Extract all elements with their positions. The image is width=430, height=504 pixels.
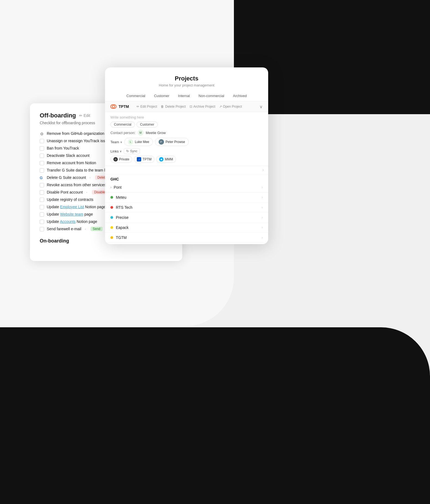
checkbox-icon[interactable] [40, 205, 44, 209]
accounts-link[interactable]: Accounts [60, 219, 76, 224]
sync-button[interactable]: ↻ Sync [124, 148, 140, 154]
contact-name: Meetie Grow [146, 131, 166, 135]
ghc-section-title: GHC [105, 174, 268, 182]
projects-card: Projects Home for your project managemen… [105, 67, 268, 244]
links-label: Links ∨ [110, 149, 122, 153]
arrow-icon: › [110, 185, 112, 189]
collapsed-items: › [105, 166, 268, 174]
team-label: Team ∨ [110, 140, 122, 144]
chevron-right-icon: › [262, 236, 263, 239]
tab-customer[interactable]: Customer [150, 91, 174, 101]
list-item-meteu[interactable]: Meteu › [105, 192, 268, 203]
status-dot [110, 206, 113, 209]
status-dot [110, 226, 113, 229]
projects-subtitle: Home for your project management [112, 83, 262, 87]
member-avatar: L [128, 139, 133, 145]
status-dot [110, 216, 113, 219]
collapse-button[interactable]: ∨ [259, 104, 263, 109]
member-name: Peter Prowse [166, 140, 185, 144]
member-name: Luke Mee [135, 140, 149, 144]
github-icon: ⊙ [40, 132, 44, 136]
diamond-icon: ◆ [159, 157, 163, 161]
bg-bottom [0, 327, 430, 504]
links-row: Links ∨ ↻ Sync [110, 148, 263, 154]
contact-label: Contact person: [110, 131, 135, 135]
list-item-pont[interactable]: › Pont › [105, 182, 268, 192]
tab-non-commercial[interactable]: Non-commercial [194, 91, 229, 101]
link-chips: ⊙ Private J TPTM ◆ MMM [110, 156, 263, 163]
chevron-right-icon: › [262, 226, 263, 229]
projects-list: › Pont › Meteu › RTS Tech › Precise › [105, 182, 268, 243]
list-item-rts-tech[interactable]: RTS Tech › [105, 203, 268, 213]
checkbox-icon[interactable] [40, 190, 44, 195]
link-chip-tptm[interactable]: J TPTM [134, 156, 154, 163]
edit-button[interactable]: ✏ Edit [79, 113, 90, 118]
checkbox-icon: G [40, 176, 44, 180]
link-chip-mmm[interactable]: ◆ MMM [156, 156, 176, 163]
project-name: TPTM [119, 104, 129, 109]
tab-internal[interactable]: Internal [174, 91, 194, 101]
checkbox-icon[interactable] [40, 146, 44, 151]
sync-icon: ↻ [126, 149, 129, 153]
projects-header: Projects Home for your project managemen… [105, 67, 268, 91]
tab-commercial[interactable]: Commercial [122, 91, 150, 101]
chevron-right-icon: › [262, 185, 263, 189]
contact-avatar: M [138, 130, 144, 136]
employee-list-link[interactable]: Employee List [60, 205, 84, 209]
pencil-icon: ✏ [137, 105, 139, 108]
checkbox-icon[interactable] [40, 161, 44, 165]
pencil-icon: ✏ [79, 113, 82, 118]
trash-icon: 🗑 [161, 105, 164, 108]
member-chip-luke: L Luke Mee [124, 138, 153, 146]
checkbox-icon[interactable] [40, 154, 44, 158]
list-item-eapack[interactable]: Eapack › [105, 223, 268, 233]
edit-project-action[interactable]: ✏ Edit Project [137, 105, 157, 108]
project-detail: Write something here Commercial Customer… [105, 112, 268, 166]
archive-project-action[interactable]: ⊡ Archive Project [190, 105, 215, 108]
tag-commercial[interactable]: Commercial [110, 122, 135, 127]
chevron-right-icon: › [262, 216, 263, 219]
chevron-down-icon: ∨ [259, 104, 263, 109]
tag-customer[interactable]: Customer [137, 122, 158, 127]
list-item-precise[interactable]: Precise › [105, 213, 268, 223]
checkbox-icon[interactable] [40, 139, 44, 143]
status-badge: Send [91, 227, 103, 231]
tab-archived[interactable]: Archived [229, 91, 251, 101]
checkbox-icon[interactable] [40, 183, 44, 187]
checkbox-icon[interactable] [40, 212, 44, 217]
checkbox-icon[interactable] [40, 198, 44, 202]
chevron-down-icon: ∨ [120, 141, 122, 144]
team-members: L Luke Mee P Peter Prowse [124, 138, 189, 146]
projects-title: Projects [112, 75, 262, 82]
list-item-tgtm[interactable]: TGTM › [105, 233, 268, 243]
write-placeholder[interactable]: Write something here [110, 115, 263, 119]
checkbox-icon[interactable] [40, 220, 44, 224]
link-chip-private[interactable]: ⊙ Private [110, 156, 132, 163]
chevron-right-icon: › [262, 195, 263, 199]
delete-project-action[interactable]: 🗑 Delete Project [161, 105, 185, 108]
chevron-down-icon: ∨ [120, 150, 122, 153]
open-project-action[interactable]: ↗ Open Project [219, 105, 242, 108]
status-dot [110, 196, 113, 199]
project-toolbar: TPTM ✏ Edit Project 🗑 Delete Project ⊡ A… [105, 101, 268, 112]
contact-row: Contact person: M Meetie Grow [110, 130, 263, 136]
external-link-icon: ↗ [219, 105, 222, 108]
projects-tabs: Commercial Customer Internal Non-commerc… [105, 91, 268, 101]
project-logo: TPTM [110, 104, 129, 110]
oc-icon [110, 104, 116, 110]
member-avatar: P [159, 139, 164, 145]
status-dot [110, 236, 113, 239]
offboarding-title: Off-boarding [40, 112, 76, 119]
jira-icon: J [137, 157, 141, 161]
github-icon: ⊙ [113, 157, 118, 161]
checkbox-icon[interactable] [40, 227, 44, 231]
website-team-link[interactable]: Website team [60, 212, 83, 216]
member-chip-peter: P Peter Prowse [155, 138, 189, 146]
chevron-right-icon: › [262, 206, 263, 209]
checkbox-icon[interactable] [40, 168, 44, 173]
tag-row: Commercial Customer [110, 122, 263, 127]
team-row: Team ∨ L Luke Mee P Peter Prowse [110, 138, 263, 146]
archive-icon: ⊡ [190, 105, 192, 108]
